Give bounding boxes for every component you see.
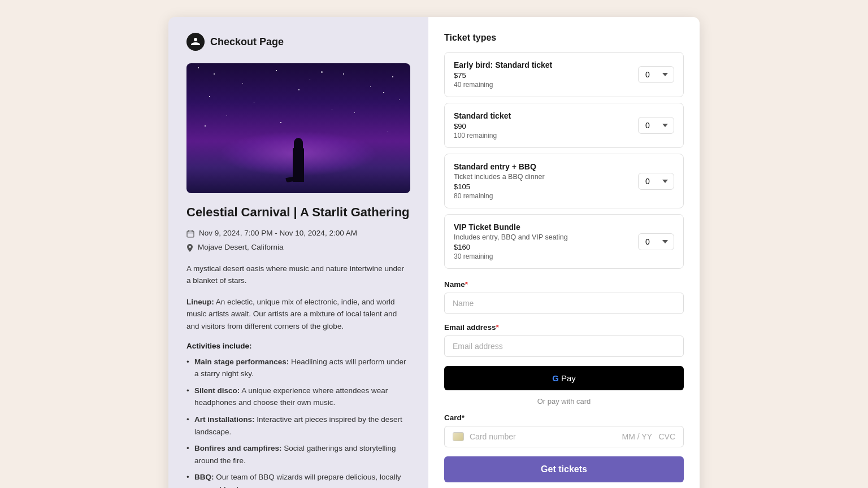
activities-list: Main stage performances: Headlining acts… — [186, 356, 410, 488]
event-date: Nov 9, 2024, 7:00 PM - Nov 10, 2024, 2:0… — [199, 229, 357, 237]
get-tickets-button[interactable]: Get tickets — [444, 456, 684, 482]
list-item: Bonfires and campfires: Social gathering… — [186, 442, 410, 467]
right-panel: Ticket types Early bird: Standard ticket… — [428, 17, 700, 488]
list-item: BBQ: Our team of BBQ wizards will prepar… — [186, 471, 410, 488]
ticket-name: Standard entry + BBQ — [454, 162, 545, 171]
ticket-info: Standard entry + BBQ Ticket includes a B… — [454, 162, 545, 200]
ticket-name: VIP Ticket Bundle — [454, 223, 568, 232]
email-label: Email address* — [444, 323, 684, 332]
ticket-types-title: Ticket types — [444, 33, 684, 43]
activity-title: Main stage performances: — [194, 358, 289, 366]
qty-select-vip[interactable]: 012345 — [638, 233, 674, 250]
gpay-button[interactable]: G Pay — [444, 366, 684, 390]
list-item: Silent disco: A unique experience where … — [186, 385, 410, 409]
lineup-text: An eclectic, unique mix of electronic, i… — [186, 298, 397, 330]
ticket-item-bbq: Standard entry + BBQ Ticket includes a B… — [444, 154, 684, 208]
ticket-price: $105 — [454, 182, 545, 191]
ticket-info: Early bird: Standard ticket $75 40 remai… — [454, 60, 552, 89]
ticket-price: $75 — [454, 71, 552, 80]
checkout-icon — [186, 33, 205, 51]
ticket-remaining: 40 remaining — [454, 81, 552, 89]
calendar-icon — [186, 230, 194, 239]
ticket-qty[interactable]: 012345 — [638, 117, 674, 134]
ticket-qty[interactable]: 012345 — [638, 66, 674, 83]
ticket-name: Standard ticket — [454, 111, 511, 120]
card-number-placeholder: Card number — [470, 432, 617, 441]
ticket-desc: Ticket includes a BBQ dinner — [454, 173, 545, 181]
svg-rect-0 — [187, 231, 194, 237]
ticket-desc: Includes entry, BBQ and VIP seating — [454, 233, 568, 241]
activity-title: Bonfires and campfires: — [194, 444, 282, 452]
event-date-row: Nov 9, 2024, 7:00 PM - Nov 10, 2024, 2:0… — [186, 229, 410, 239]
ticket-info: VIP Ticket Bundle Includes entry, BBQ an… — [454, 223, 568, 260]
event-description: A mystical desert oasis where music and … — [186, 263, 410, 287]
email-input[interactable] — [444, 336, 684, 357]
activities-title: Activities include: — [186, 342, 410, 350]
ticket-price: $160 — [454, 243, 568, 251]
event-title: Celestial Carnival | A Starlit Gathering — [186, 204, 410, 221]
location-icon — [186, 244, 193, 254]
event-lineup: Lineup: An eclectic, unique mix of elect… — [186, 296, 410, 333]
qty-select-early-bird[interactable]: 012345 — [638, 66, 674, 83]
silhouette — [293, 148, 304, 182]
event-meta: Nov 9, 2024, 7:00 PM - Nov 10, 2024, 2:0… — [186, 229, 410, 254]
gpay-pay-text: Pay — [561, 373, 576, 383]
ticket-price: $90 — [454, 122, 511, 130]
qty-select-bbq[interactable]: 012345 — [638, 173, 674, 190]
card-chip-icon — [453, 432, 464, 441]
activity-title: BBQ: — [194, 473, 214, 481]
ticket-remaining: 100 remaining — [454, 132, 511, 140]
event-location: Mojave Desert, California — [198, 243, 284, 251]
gpay-g-letter: G — [552, 373, 559, 383]
activity-text: Our team of BBQ wizards will prepare del… — [194, 473, 401, 488]
list-item: Art installations: Interactive art piece… — [186, 413, 410, 438]
activity-title: Art installations: — [194, 415, 255, 424]
ticket-qty[interactable]: 012345 — [638, 173, 674, 190]
ticket-item-vip: VIP Ticket Bundle Includes entry, BBQ an… — [444, 214, 684, 269]
card-label: Card* — [444, 413, 684, 422]
ticket-qty[interactable]: 012345 — [638, 233, 674, 250]
ticket-remaining: 80 remaining — [454, 192, 545, 200]
left-panel: Checkout Page — [168, 17, 428, 488]
event-image — [186, 63, 410, 193]
event-location-row: Mojave Desert, California — [186, 243, 410, 254]
page-title: Checkout Page — [210, 36, 284, 48]
page-header: Checkout Page — [186, 33, 410, 51]
ticket-info: Standard ticket $90 100 remaining — [454, 111, 511, 140]
lineup-label: Lineup: — [186, 298, 214, 306]
checkout-form: Name* Email address* G Pay Or pay with c… — [444, 280, 684, 482]
name-input[interactable] — [444, 293, 684, 314]
name-label: Name* — [444, 280, 684, 289]
card-input-row[interactable]: Card number MM / YY CVC — [444, 426, 684, 447]
ticket-remaining: 30 remaining — [454, 252, 568, 260]
or-divider: Or pay with card — [444, 397, 684, 406]
ticket-item-standard: Standard ticket $90 100 remaining 012345 — [444, 103, 684, 148]
card-expiry-cvc: MM / YY CVC — [622, 432, 675, 441]
ticket-item-early-bird: Early bird: Standard ticket $75 40 remai… — [444, 52, 684, 97]
activity-title: Silent disco: — [194, 386, 240, 395]
ticket-name: Early bird: Standard ticket — [454, 60, 552, 69]
list-item: Main stage performances: Headlining acts… — [186, 356, 410, 380]
qty-select-standard[interactable]: 012345 — [638, 117, 674, 134]
